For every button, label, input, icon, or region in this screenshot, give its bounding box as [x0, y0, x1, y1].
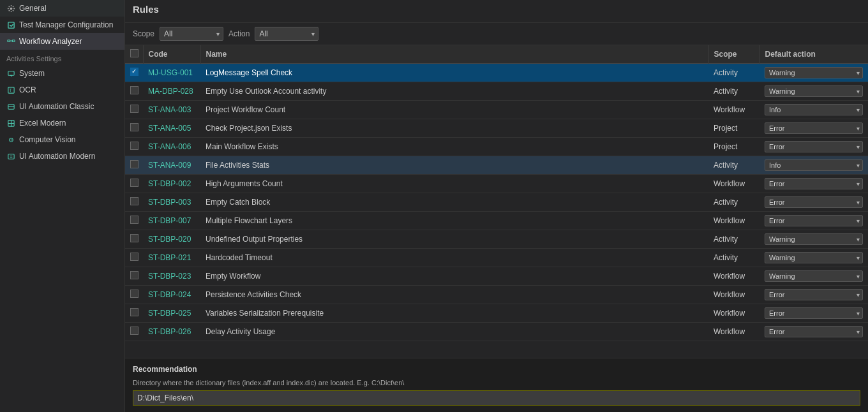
- code-link[interactable]: MA-DBP-028: [148, 87, 193, 96]
- row-checkbox-cell: [125, 119, 143, 138]
- row-action: InfoWarningError: [760, 138, 868, 156]
- table-row: ST-ANA-003Project Workflow CountWorkflow…: [125, 101, 868, 119]
- action-select-row[interactable]: InfoWarningError: [765, 215, 863, 226]
- row-checkbox-cell: [125, 193, 143, 212]
- row-checkbox-cell: [125, 230, 143, 249]
- sidebar-item-excel-modern[interactable]: Excel Modern: [0, 115, 124, 131]
- scope-select[interactable]: All Activity Workflow Project: [160, 27, 223, 41]
- row-action: InfoWarningError: [760, 286, 868, 304]
- row-checkbox[interactable]: [130, 253, 138, 261]
- table-row: ST-DBP-024Persistence Activities CheckWo…: [125, 286, 868, 304]
- th-checkbox: [125, 45, 143, 64]
- action-select-row[interactable]: InfoWarningError: [765, 159, 863, 171]
- code-link[interactable]: ST-ANA-005: [148, 124, 191, 133]
- row-code: ST-DBP-020: [143, 230, 200, 249]
- row-name: Hardcoded Timeout: [200, 249, 708, 267]
- code-link[interactable]: ST-ANA-006: [148, 142, 191, 151]
- row-checkbox[interactable]: [130, 142, 138, 150]
- row-checkbox-cell: [125, 286, 143, 304]
- code-link[interactable]: ST-ANA-009: [148, 161, 191, 170]
- sidebar-item-system[interactable]: System: [0, 65, 124, 82]
- action-select-row[interactable]: InfoWarningError: [765, 289, 863, 300]
- row-code: ST-ANA-006: [143, 138, 200, 156]
- sidebar-item-ocr[interactable]: T OCR: [0, 82, 124, 98]
- sidebar-item-workflow-analyzer[interactable]: Workflow Analyzer: [0, 33, 124, 50]
- code-link[interactable]: ST-DBP-025: [148, 309, 191, 318]
- code-link[interactable]: ST-DBP-021: [148, 253, 191, 262]
- uim-icon: [6, 152, 15, 161]
- sidebar-item-ui-automation-modern[interactable]: UI Automation Modern: [0, 148, 124, 165]
- row-action: InfoWarningError: [760, 175, 868, 193]
- header-checkbox[interactable]: [130, 49, 138, 57]
- row-checkbox[interactable]: [130, 216, 138, 224]
- code-link[interactable]: MJ-USG-001: [148, 68, 193, 77]
- row-code: ST-DBP-025: [143, 304, 200, 323]
- sidebar-item-test-manager-label: Test Manager Configuration: [19, 20, 113, 29]
- row-checkbox[interactable]: [130, 123, 138, 131]
- row-checkbox[interactable]: [130, 86, 138, 94]
- sidebar-item-ui-classic-label: UI Automation Classic: [19, 102, 94, 111]
- action-select-row[interactable]: InfoWarningError: [765, 67, 863, 78]
- code-link[interactable]: ST-DBP-023: [148, 272, 191, 281]
- row-checkbox[interactable]: [130, 160, 138, 168]
- header: Rules: [125, 0, 868, 23]
- code-link[interactable]: ST-DBP-003: [148, 198, 191, 207]
- action-select-row[interactable]: InfoWarningError: [765, 326, 863, 337]
- action-select-row[interactable]: InfoWarningError: [765, 141, 863, 152]
- row-checkbox[interactable]: [130, 68, 138, 76]
- row-checkbox[interactable]: [130, 105, 138, 113]
- sidebar-item-computer-vision[interactable]: Computer Vision: [0, 131, 124, 148]
- rules-table-container: Code Name Scope Default action MJ-USG-00…: [125, 45, 868, 358]
- sidebar-item-cv-label: Computer Vision: [19, 135, 76, 144]
- table-body: MJ-USG-001LogMessage Spell CheckActivity…: [125, 64, 868, 341]
- row-checkbox[interactable]: [130, 290, 138, 298]
- code-link[interactable]: ST-DBP-007: [148, 216, 191, 225]
- sidebar-item-uim-label: UI Automation Modern: [19, 152, 95, 161]
- table-row: ST-DBP-025Variables Serialization Prereq…: [125, 304, 868, 323]
- table-row: MA-DBP-028Empty Use Outlook Account acti…: [125, 82, 868, 101]
- row-checkbox[interactable]: [130, 234, 138, 242]
- action-select-row[interactable]: InfoWarningError: [765, 178, 863, 189]
- row-checkbox[interactable]: [130, 179, 138, 187]
- action-select-row[interactable]: InfoWarningError: [765, 270, 863, 282]
- row-checkbox-cell: [125, 323, 143, 341]
- action-select-row[interactable]: InfoWarningError: [765, 233, 863, 245]
- sidebar-item-ui-automation-classic[interactable]: UI Automation Classic: [0, 98, 124, 115]
- code-link[interactable]: ST-DBP-026: [148, 327, 191, 336]
- code-link[interactable]: ST-DBP-020: [148, 235, 191, 244]
- action-select-row[interactable]: InfoWarningError: [765, 252, 863, 263]
- row-scope: Activity: [708, 64, 760, 82]
- row-name: Empty Catch Block: [200, 193, 708, 212]
- row-code: ST-DBP-003: [143, 193, 200, 212]
- filters-bar: Scope All Activity Workflow Project Acti…: [125, 23, 868, 45]
- recommendation-input[interactable]: [133, 390, 860, 406]
- row-action: InfoWarningError: [760, 64, 868, 82]
- action-select-row[interactable]: InfoWarningError: [765, 122, 863, 134]
- row-checkbox[interactable]: [130, 197, 138, 205]
- sidebar-item-test-manager[interactable]: Test Manager Configuration: [0, 17, 124, 33]
- action-select-row[interactable]: InfoWarningError: [765, 104, 863, 115]
- sidebar-item-workflow-analyzer-label: Workflow Analyzer: [19, 37, 82, 46]
- row-name: LogMessage Spell Check: [200, 64, 708, 82]
- action-select-row[interactable]: InfoWarningError: [765, 196, 863, 208]
- row-checkbox[interactable]: [130, 327, 138, 335]
- action-select-row[interactable]: InfoWarningError: [765, 85, 863, 97]
- action-select-wrapper: InfoWarningError: [765, 159, 863, 171]
- action-select-wrapper: InfoWarningError: [765, 215, 863, 226]
- svg-rect-2: [7, 40, 10, 41]
- row-code: ST-ANA-005: [143, 119, 200, 138]
- code-link[interactable]: ST-DBP-002: [148, 179, 191, 188]
- svg-point-16: [10, 139, 11, 140]
- row-action: InfoWarningError: [760, 249, 868, 267]
- action-select-row[interactable]: InfoWarningError: [765, 307, 863, 319]
- system-icon: [6, 69, 15, 78]
- row-action: InfoWarningError: [760, 82, 868, 101]
- action-select[interactable]: All Info Warning Error: [255, 27, 318, 41]
- code-link[interactable]: ST-ANA-003: [148, 105, 191, 114]
- row-checkbox[interactable]: [130, 271, 138, 279]
- row-checkbox[interactable]: [130, 308, 138, 316]
- sidebar-item-general[interactable]: General: [0, 0, 124, 17]
- action-select-wrapper: InfoWarningError: [765, 289, 863, 300]
- row-action: InfoWarningError: [760, 193, 868, 212]
- code-link[interactable]: ST-DBP-024: [148, 290, 191, 299]
